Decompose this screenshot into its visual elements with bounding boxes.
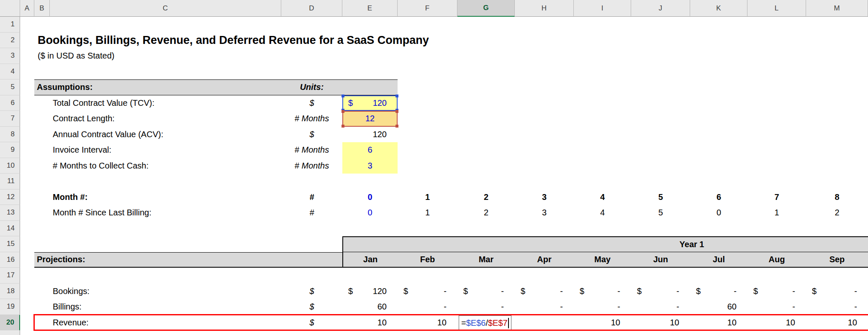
- revenue-cell[interactable]: [515, 315, 574, 331]
- bookings-cell[interactable]: $ -: [747, 284, 806, 299]
- label-total-contract-value[interactable]: Total Contract Value (TCV):: [34, 95, 281, 111]
- label-months-since-last-billing[interactable]: Month # Since Last Billing:: [34, 205, 281, 221]
- revenue-cell[interactable]: 10: [574, 315, 631, 331]
- row-header-15[interactable]: 15: [0, 236, 20, 252]
- billing-month-cell[interactable]: 0: [690, 205, 747, 221]
- billing-month-cell[interactable]: 5: [631, 205, 690, 221]
- cell-acv-value[interactable]: 120: [342, 127, 398, 143]
- billing-month-cell[interactable]: 1: [747, 205, 806, 221]
- row-header-13[interactable]: 13: [0, 205, 20, 221]
- row-header-19[interactable]: 19: [0, 299, 20, 315]
- row-header-7[interactable]: 7: [0, 111, 20, 127]
- formula-edit-box[interactable]: =$E$6/$E$7: [459, 315, 511, 331]
- row-header-1[interactable]: 1: [0, 17, 20, 33]
- select-all-button[interactable]: [0, 0, 20, 17]
- unit-months-since-last-billing[interactable]: #: [281, 205, 342, 221]
- revenue-cell[interactable]: 10: [747, 315, 806, 331]
- row-header-11[interactable]: 11: [0, 174, 20, 189]
- unit-bookings[interactable]: $: [281, 284, 342, 299]
- row-header-17[interactable]: 17: [0, 268, 20, 284]
- month-header-jan[interactable]: Jan: [342, 252, 398, 268]
- billings-cell[interactable]: -: [631, 299, 690, 315]
- billings-cell[interactable]: 60: [342, 299, 398, 315]
- row-header-14[interactable]: 14: [0, 221, 20, 237]
- cell-months-to-collect-value[interactable]: 3: [342, 158, 398, 174]
- label-bookings[interactable]: Bookings:: [34, 284, 281, 299]
- column-header-a[interactable]: A: [20, 0, 34, 17]
- billings-cell[interactable]: 60: [690, 299, 747, 315]
- column-header-l[interactable]: L: [747, 0, 806, 17]
- bookings-cell[interactable]: $ -: [806, 284, 868, 299]
- billings-cell[interactable]: -: [806, 299, 868, 315]
- sheet-subtitle[interactable]: ($ in USD as Stated): [38, 48, 114, 64]
- month-number-cell[interactable]: 5: [631, 189, 690, 205]
- row-header-8[interactable]: 8: [0, 127, 20, 143]
- column-header-k[interactable]: K: [690, 0, 747, 17]
- bookings-cell[interactable]: $ 120: [342, 284, 398, 299]
- row-header-4[interactable]: 4: [0, 64, 20, 80]
- year-1-header[interactable]: Year 1: [342, 236, 868, 252]
- month-header-jun[interactable]: Jun: [631, 252, 690, 268]
- revenue-cell[interactable]: 10: [806, 315, 868, 331]
- assumptions-section-bar[interactable]: Assumptions: Units:: [34, 79, 398, 95]
- bookings-cell[interactable]: $ -: [574, 284, 631, 299]
- unit-month-number[interactable]: #: [281, 189, 342, 205]
- unit-billings[interactable]: $: [281, 299, 342, 315]
- unit-months-to-collect-cash[interactable]: # Months: [281, 158, 342, 174]
- billing-month-cell[interactable]: 1: [398, 205, 457, 221]
- row-header-16[interactable]: 16: [0, 252, 20, 268]
- bookings-cell[interactable]: $ -: [457, 284, 515, 299]
- revenue-cell[interactable]: 10: [690, 315, 747, 331]
- column-header-m[interactable]: M: [806, 0, 868, 17]
- month-header-apr[interactable]: Apr: [515, 252, 574, 268]
- label-billings[interactable]: Billings:: [34, 299, 281, 315]
- billings-cell[interactable]: -: [574, 299, 631, 315]
- label-contract-length[interactable]: Contract Length:: [34, 111, 281, 127]
- month-number-cell[interactable]: 4: [574, 189, 631, 205]
- label-invoice-interval[interactable]: Invoice Interval:: [34, 142, 281, 158]
- column-header-e[interactable]: E: [342, 0, 398, 17]
- month-number-cell[interactable]: 3: [515, 189, 574, 205]
- month-number-cell[interactable]: 7: [747, 189, 806, 205]
- billing-month-cell[interactable]: 4: [574, 205, 631, 221]
- bookings-cell[interactable]: $ -: [515, 284, 574, 299]
- unit-invoice-interval[interactable]: # Months: [281, 142, 342, 158]
- label-months-to-collect-cash[interactable]: # Months to Collect Cash:: [34, 158, 281, 174]
- row-header-2[interactable]: 2: [0, 33, 20, 49]
- billing-month-cell[interactable]: 2: [806, 205, 868, 221]
- row-header-20-active[interactable]: 20: [0, 315, 20, 331]
- month-header-may[interactable]: May: [574, 252, 631, 268]
- column-header-c[interactable]: C: [50, 0, 281, 17]
- column-header-b[interactable]: B: [34, 0, 50, 17]
- projections-header[interactable]: Projections:: [34, 252, 342, 268]
- billing-month-cell[interactable]: 3: [515, 205, 574, 221]
- column-header-i[interactable]: I: [574, 0, 631, 17]
- row-header-18[interactable]: 18: [0, 284, 20, 299]
- column-header-g-active[interactable]: G: [457, 0, 515, 17]
- label-annual-contract-value[interactable]: Annual Contract Value (ACV):: [34, 127, 281, 143]
- sheet-title[interactable]: Bookings, Billings, Revenue, and Deferre…: [38, 33, 429, 49]
- cell-tcv-value[interactable]: $ 120: [342, 95, 398, 111]
- row-header-9[interactable]: 9: [0, 142, 20, 158]
- column-header-f[interactable]: F: [398, 0, 457, 17]
- label-month-number[interactable]: Month #:: [34, 189, 281, 205]
- row-header-10[interactable]: 10: [0, 158, 20, 174]
- label-revenue[interactable]: Revenue:: [34, 315, 281, 331]
- revenue-cell[interactable]: 10: [631, 315, 690, 331]
- bookings-cell[interactable]: $ -: [398, 284, 457, 299]
- unit-total-contract-value[interactable]: $: [281, 95, 342, 111]
- row-header-6[interactable]: 6: [0, 95, 20, 111]
- cell-contract-length-value[interactable]: 12: [342, 111, 398, 127]
- unit-revenue[interactable]: $: [281, 315, 342, 331]
- billings-cell[interactable]: -: [457, 299, 515, 315]
- column-header-h[interactable]: H: [515, 0, 574, 17]
- month-header-mar[interactable]: Mar: [457, 252, 515, 268]
- bookings-cell[interactable]: $ -: [631, 284, 690, 299]
- month-number-cell[interactable]: 8: [806, 189, 868, 205]
- month-header-sep[interactable]: Sep: [806, 252, 868, 268]
- month-number-cell[interactable]: 0: [342, 189, 398, 205]
- column-header-d[interactable]: D: [281, 0, 342, 17]
- month-number-cell[interactable]: 6: [690, 189, 747, 205]
- month-header-feb[interactable]: Feb: [398, 252, 457, 268]
- billings-cell[interactable]: -: [515, 299, 574, 315]
